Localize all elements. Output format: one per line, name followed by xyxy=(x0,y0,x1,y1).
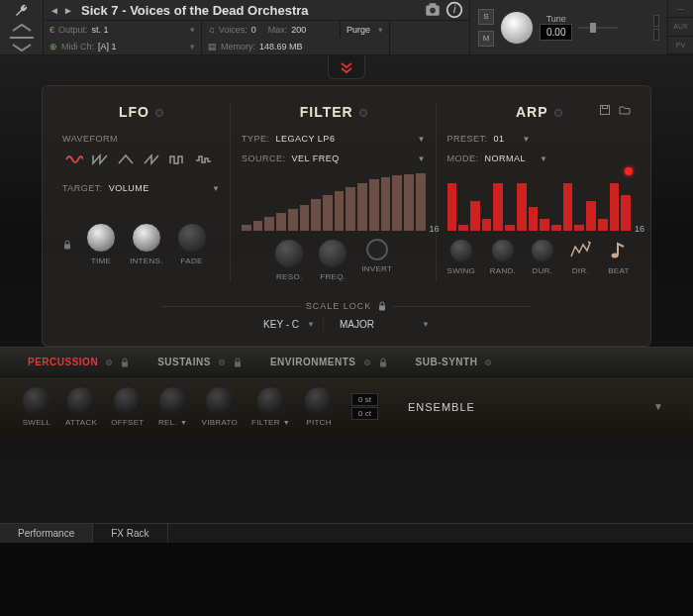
chevron-down-icon: ▼ xyxy=(212,184,220,193)
output-cell[interactable]: € Output: st. 1 ▾ xyxy=(44,21,202,38)
main-area: LFO WAVEFORM TARGET: VOLUME ▼ xyxy=(0,55,693,523)
vibrato-knob[interactable] xyxy=(205,386,235,416)
arp-preset-row[interactable]: PRESET: 01 ▼ xyxy=(447,134,632,144)
tune-label: Tune xyxy=(546,14,566,24)
lfo-time-knob[interactable] xyxy=(86,223,116,253)
snapshot-icon[interactable] xyxy=(424,1,442,19)
ensemble-select[interactable]: ENSEMBLE xyxy=(408,401,640,413)
instrument-header: ◄ ► Sick 7 - Voices of the Dead Orchestr… xyxy=(0,0,693,55)
svg-rect-6 xyxy=(590,23,596,33)
memory-cell: ▤ Memory: 148.69 MB xyxy=(202,38,390,54)
pv-button[interactable]: PV xyxy=(668,37,693,54)
filter-section: FILTER TYPE: LEGACY LP6 ▼ SOURCE: VEL FR… xyxy=(242,104,426,281)
tab-subsynth[interactable]: SUB-SYNTH xyxy=(416,357,492,367)
lfo-led[interactable] xyxy=(155,109,163,117)
footer-tab-fxrack[interactable]: FX Rack xyxy=(93,524,167,543)
release-knob[interactable] xyxy=(158,386,188,416)
scale-mode-select[interactable]: MAJOR▼ xyxy=(332,317,438,332)
performance-knob-strip: SWELL ATTACK OFFSET REL.▼ VIBRATO FILTER… xyxy=(0,376,693,436)
waveform-label: WAVEFORM xyxy=(62,134,220,144)
volume-slider[interactable] xyxy=(578,20,618,36)
scale-key-select[interactable]: KEY - C▼ xyxy=(255,317,324,332)
attack-knob[interactable] xyxy=(66,386,96,416)
svg-text:i: i xyxy=(453,4,456,15)
footer-tabs: Performance FX Rack xyxy=(0,523,693,543)
lock-icon xyxy=(120,358,130,367)
wrench-icon[interactable] xyxy=(14,3,30,19)
folder-icon[interactable] xyxy=(619,104,631,116)
minimize-button[interactable]: — xyxy=(668,0,693,18)
header-right: S M Tune 0.00 xyxy=(469,0,667,54)
tune-value[interactable]: 0.00 xyxy=(540,24,572,41)
svg-rect-7 xyxy=(64,244,70,249)
tune-knob[interactable] xyxy=(500,11,534,45)
svg-rect-11 xyxy=(379,306,385,311)
filter-type-row[interactable]: TYPE: LEGACY LP6 ▼ xyxy=(242,134,426,144)
wave-saw-up[interactable] xyxy=(140,150,163,169)
next-instrument-button[interactable]: ► xyxy=(61,3,75,17)
output-meter xyxy=(653,15,659,41)
info-icon[interactable]: i xyxy=(446,1,463,19)
lock-icon xyxy=(233,358,243,367)
lfo-title: LFO xyxy=(62,104,220,120)
lock-icon[interactable] xyxy=(62,240,72,250)
arp-mode-row[interactable]: MODE: NORMAL ▼ xyxy=(447,154,632,163)
chevron-down-icon: ▼ xyxy=(418,154,426,163)
wave-triangle[interactable] xyxy=(114,150,138,169)
arp-rand-knob[interactable] xyxy=(491,239,515,262)
filter-led[interactable] xyxy=(359,109,367,117)
mute-button[interactable]: M xyxy=(478,31,494,47)
filter-freq-knob[interactable] xyxy=(318,239,347,268)
filter-knob[interactable] xyxy=(256,386,286,416)
purge-cell[interactable]: Purge ▾ xyxy=(341,21,390,38)
swell-knob[interactable] xyxy=(22,386,51,416)
instrument-title: Sick 7 - Voices of the Dead Orchestra xyxy=(75,3,422,18)
solo-button[interactable]: S xyxy=(478,9,494,25)
chevron-down-icon: ▼ xyxy=(540,154,547,163)
arp-section: ARP PRESET: 01 ▼ MODE: NORMAL ▼ 16 xyxy=(447,104,632,281)
pitch-knob[interactable] xyxy=(304,386,334,416)
wave-random[interactable] xyxy=(191,150,215,169)
arp-step-sequencer[interactable]: 16 xyxy=(447,173,632,231)
wave-saw-down[interactable] xyxy=(88,150,112,169)
arp-led[interactable] xyxy=(554,109,562,117)
tab-percussion[interactable]: PERCUSSION xyxy=(28,357,130,367)
header-left xyxy=(0,0,44,54)
lfo-target-row[interactable]: TARGET: VOLUME ▼ xyxy=(62,183,220,193)
svg-rect-13 xyxy=(235,361,241,366)
arp-dur-knob[interactable] xyxy=(531,239,554,262)
save-icon[interactable] xyxy=(599,104,611,116)
pitch-readout: 0 st 0 ct xyxy=(351,393,378,420)
header-main: ◄ ► Sick 7 - Voices of the Dead Orchestr… xyxy=(44,0,469,54)
filter-step-sequencer[interactable]: 16 xyxy=(242,173,426,231)
footer-tab-performance[interactable]: Performance xyxy=(0,524,93,543)
svg-rect-9 xyxy=(603,106,608,109)
lock-icon[interactable] xyxy=(377,301,387,311)
arp-dir-button[interactable] xyxy=(568,239,592,262)
arp-beat-button[interactable] xyxy=(607,239,631,262)
filter-invert-knob[interactable] xyxy=(366,239,388,260)
tab-sustains[interactable]: SUSTAINS xyxy=(157,357,243,367)
header-far-right: — AUX PV xyxy=(667,0,693,54)
chevron-down-icon: ▼ xyxy=(418,135,426,144)
wave-sine[interactable] xyxy=(62,150,86,169)
scale-lock-section: SCALE LOCK KEY - C▼ MAJOR▼ xyxy=(62,293,631,332)
svg-rect-8 xyxy=(601,106,610,115)
tab-environments[interactable]: ENVIRONMENTS xyxy=(270,357,388,367)
lfo-intensity-knob[interactable] xyxy=(132,223,161,253)
wave-square[interactable] xyxy=(165,150,189,169)
aux-button[interactable]: AUX xyxy=(668,18,693,36)
chevron-down-icon[interactable]: ▼ xyxy=(653,401,663,412)
brand-logo xyxy=(7,23,37,52)
voices-cell: ♫ Voices: 0 Max: 200 xyxy=(202,21,341,38)
filter-source-row[interactable]: SOURCE: VEL FREQ ▼ xyxy=(242,154,426,163)
filter-reso-knob[interactable] xyxy=(274,239,304,268)
lfo-fade-knob[interactable] xyxy=(177,223,207,253)
chevron-down-icon: ▼ xyxy=(523,135,531,144)
waveform-selector xyxy=(62,150,220,169)
prev-instrument-button[interactable]: ◄ xyxy=(48,3,61,17)
offset-knob[interactable] xyxy=(113,386,143,416)
arp-swing-knob[interactable] xyxy=(449,239,473,262)
expand-badge[interactable] xyxy=(328,55,365,79)
midi-cell[interactable]: ⊕ Midi Ch: [A] 1 ▾ xyxy=(44,38,202,54)
